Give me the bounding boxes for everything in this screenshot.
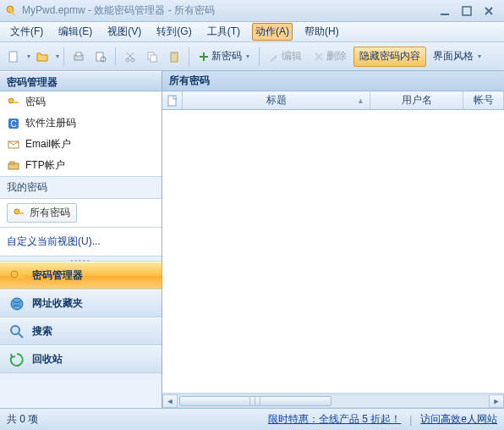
tree-item-ftp[interactable]: FTP帐户 (0, 155, 162, 176)
menu-action[interactable]: 动作(A) (252, 23, 293, 41)
key-icon (7, 96, 20, 109)
nav-recycle[interactable]: 回收站 (0, 345, 162, 373)
nav-password-manager[interactable]: 密码管理器 (0, 262, 162, 289)
scroll-right-button[interactable]: ► (489, 394, 504, 408)
svg-point-24 (11, 271, 18, 278)
delete-button[interactable]: 删除 (309, 47, 352, 67)
promo-link[interactable]: 限时特惠：全线产品 5 折起！ (268, 412, 401, 427)
svg-rect-29 (168, 96, 176, 106)
globe-icon (8, 295, 25, 312)
new-doc-icon[interactable] (3, 47, 24, 67)
app-reg-icon: C (7, 117, 20, 130)
category-tree: 密码 C 软件注册码 Email帐户 FTP帐户 (0, 91, 162, 177)
menu-goto[interactable]: 转到(G) (153, 23, 194, 41)
custom-view-row: 自定义当前视图(U)... (0, 228, 162, 256)
copy-icon[interactable] (142, 47, 162, 67)
ui-style-button[interactable]: 界面风格 ▾ (428, 47, 486, 67)
separator (115, 47, 116, 66)
column-icon[interactable] (162, 91, 183, 109)
column-label: 标题 (266, 93, 287, 108)
svg-rect-2 (441, 14, 449, 15)
x-icon (314, 52, 324, 62)
mail-icon (7, 138, 20, 152)
nav-label: 密码管理器 (32, 268, 83, 283)
separator (259, 47, 260, 66)
menu-file[interactable]: 文件(F) (7, 23, 47, 41)
nav-label: 回收站 (32, 352, 63, 367)
separator: | (409, 414, 412, 426)
my-password-label: 我的密码 (0, 177, 162, 199)
hide-content-button[interactable]: 隐藏密码内容 (353, 47, 426, 67)
new-password-label: 新密码 (211, 49, 242, 63)
app-icon (5, 4, 19, 18)
content-title: 所有密码 (162, 71, 504, 91)
minimize-button[interactable] (435, 3, 455, 19)
sort-asc-icon: ▲ (357, 96, 364, 105)
separator (189, 47, 189, 66)
key-icon (14, 207, 25, 219)
menubar: 文件(F) 编辑(E) 视图(V) 转到(G) 工具(T) 动作(A) 帮助(H… (0, 22, 504, 42)
page-icon (167, 95, 178, 107)
main-area: 密码管理器 密码 C 软件注册码 Email帐户 FTP帐户 我的密码 (0, 71, 504, 408)
close-button[interactable] (479, 3, 499, 19)
column-title[interactable]: 标题 ▲ (183, 91, 370, 109)
delete-label: 删除 (326, 49, 347, 63)
maximize-button[interactable] (457, 3, 477, 19)
all-password-chip[interactable]: 所有密码 (7, 203, 77, 223)
svg-rect-12 (151, 55, 156, 62)
print-preview-icon[interactable] (90, 47, 111, 67)
window-title: MyPwd.epmw - 效能密码管理器 - 所有密码 (22, 3, 433, 18)
plus-icon (199, 52, 209, 62)
svg-rect-16 (13, 102, 19, 103)
svg-point-27 (11, 326, 19, 334)
column-label: 帐号 (474, 93, 494, 108)
menu-help[interactable]: 帮助(H) (301, 23, 342, 41)
horizontal-scrollbar[interactable]: ◄ │││ ► (162, 393, 504, 408)
open-folder-icon[interactable] (32, 47, 52, 67)
edit-button[interactable]: 编辑 (264, 47, 307, 67)
dropdown-icon[interactable]: ▾ (478, 52, 481, 60)
tree-label: FTP帐户 (25, 158, 65, 173)
print-icon[interactable] (68, 47, 89, 67)
column-user[interactable]: 用户名 (370, 91, 463, 109)
cut-icon[interactable] (120, 47, 140, 67)
search-icon (8, 323, 25, 340)
toolbar: ▾ ▾ 新密码 ▾ 编辑 删除 隐藏密码内容 界面风格 ▾ (0, 42, 504, 71)
nav-label: 搜索 (32, 324, 52, 339)
tree-item-email[interactable]: Email帐户 (0, 134, 162, 155)
separator (63, 47, 64, 66)
titlebar: MyPwd.epmw - 效能密码管理器 - 所有密码 (0, 0, 504, 22)
nav-bookmarks[interactable]: 网址收藏夹 (0, 289, 162, 317)
menu-view[interactable]: 视图(V) (104, 23, 145, 41)
nav-stack: 密码管理器 网址收藏夹 搜索 回收站 (0, 262, 162, 408)
new-password-button[interactable]: 新密码 ▾ (194, 47, 255, 67)
column-label: 用户名 (402, 93, 432, 108)
paste-icon[interactable] (164, 47, 184, 67)
grid-header: 标题 ▲ 用户名 帐号 (162, 91, 504, 110)
tree-label: Email帐户 (25, 137, 71, 152)
sidebar-title: 密码管理器 (0, 71, 162, 91)
scroll-left-button[interactable]: ◄ (162, 394, 178, 408)
scroll-track[interactable]: │││ (178, 394, 489, 408)
scroll-thumb[interactable]: │││ (179, 396, 331, 406)
menu-tools[interactable]: 工具(T) (204, 23, 244, 41)
chip-label: 所有密码 (30, 206, 70, 220)
column-account[interactable]: 帐号 (463, 91, 504, 109)
nav-search[interactable]: 搜索 (0, 317, 162, 345)
dropdown-icon[interactable]: ▾ (246, 52, 249, 60)
grid-body (162, 110, 504, 393)
svg-rect-21 (10, 162, 14, 164)
svg-rect-25 (17, 276, 24, 278)
status-count: 共 0 项 (7, 412, 260, 427)
custom-view-link[interactable]: 自定义当前视图(U)... (7, 235, 101, 247)
my-password-row: 所有密码 (0, 199, 162, 228)
svg-line-28 (19, 334, 23, 338)
sidebar: 密码管理器 密码 C 软件注册码 Email帐户 FTP帐户 我的密码 (0, 71, 162, 408)
menu-edit[interactable]: 编辑(E) (55, 23, 96, 41)
svg-point-26 (11, 298, 23, 310)
dropdown-icon[interactable]: ▾ (27, 52, 30, 60)
tree-item-software[interactable]: C 软件注册码 (0, 113, 162, 134)
dropdown-icon[interactable]: ▾ (56, 52, 59, 60)
tree-item-password[interactable]: 密码 (0, 91, 162, 113)
site-link[interactable]: 访问高效e人网站 (420, 412, 497, 427)
